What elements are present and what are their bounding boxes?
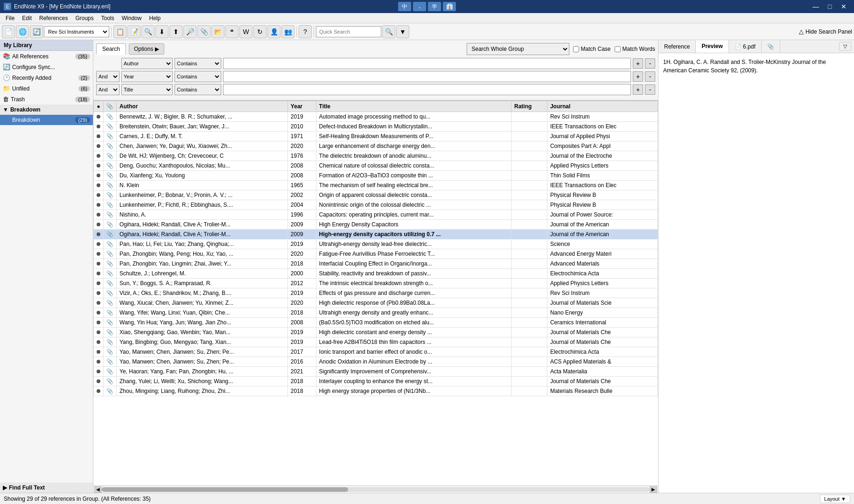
contains-select-3[interactable]: Contains [175, 84, 221, 95]
table-row[interactable]: 📎 N. Klein 1965 The mechanism of self he… [94, 181, 658, 190]
layout-button[interactable]: Layout ▼ [820, 495, 850, 503]
sidebar-item-unfiled[interactable]: 📁 Unfiled (6) [0, 83, 93, 94]
options-button[interactable]: Options ▶ [129, 43, 164, 55]
add-row-2-btn[interactable]: + [633, 71, 643, 82]
close-button[interactable]: ✕ [837, 0, 850, 13]
table-row[interactable]: 📎 Ogihara, Hideki; Randall, Clive A; Tro… [94, 230, 658, 239]
table-row[interactable]: 📎 Deng, Guochu; Xanthopoulos, Nicolas; M… [94, 161, 658, 171]
quick-search-input[interactable] [316, 26, 381, 37]
col-header-year[interactable]: Year [287, 101, 316, 112]
find-full-text-header[interactable]: ▶ Find Full Text [0, 483, 93, 493]
toolbar-group-btn[interactable]: 👥 [281, 25, 294, 38]
menu-window[interactable]: Window [118, 14, 146, 22]
table-row[interactable]: 📎 Schultze, J.; Lohrengel, M. 2000 Stabi… [94, 269, 658, 279]
col-header-journal[interactable]: Journal [547, 101, 658, 112]
scroll-right-btn[interactable]: ▶ [650, 486, 657, 493]
remove-row-2-btn[interactable]: - [645, 71, 655, 82]
table-row[interactable]: 📎 Du, Xianfeng; Xu, Youlong 2008 Formati… [94, 171, 658, 181]
search-group-select[interactable]: Search Whole Group [467, 43, 569, 55]
toolbar-user-btn[interactable]: 👤 [267, 25, 280, 38]
menu-tools[interactable]: Tools [98, 14, 118, 22]
menu-file[interactable]: File [2, 14, 18, 22]
add-row-3-btn[interactable]: + [633, 84, 643, 95]
menu-references[interactable]: References [35, 14, 71, 22]
table-row[interactable]: 📎 De Wit, HJ; Wijenberg, Ch; Crevecoeur,… [94, 151, 658, 161]
maximize-button[interactable]: □ [823, 0, 836, 13]
table-row[interactable]: 📎 Ogihara, Hideki; Randall, Clive A; Tro… [94, 220, 658, 230]
sidebar-item-all-references[interactable]: 📚 All References (35) [0, 51, 93, 62]
table-row[interactable]: 📎 Bennewitz, J. W.; Bigler, B. R.; Schum… [94, 112, 658, 122]
table-row[interactable]: 📎 Chen, Jianwen; Ye, Dagui; Wu, Xiaowei;… [94, 141, 658, 151]
scroll-track[interactable] [102, 487, 650, 492]
table-row[interactable]: 📎 Lunkenheimer, P.; Fichtl, R.; Ebbingha… [94, 200, 658, 210]
sidebar-item-recently-added[interactable]: 🕐 Recently Added (2) [0, 72, 93, 83]
col-header-status[interactable]: ● [94, 101, 104, 112]
table-row[interactable]: 📎 Wang, Yifei; Wang, Linxi; Yuan, Qibin;… [94, 308, 658, 318]
table-row[interactable]: 📎 Yang, Bingbing; Guo, Mengyao; Tang, Xi… [94, 337, 658, 347]
match-words-checkbox[interactable] [615, 46, 621, 52]
toolbar-export-btn[interactable]: ⬆ [169, 25, 182, 38]
menu-groups[interactable]: Groups [71, 14, 97, 22]
table-row[interactable]: 📎 Pan, Hao; Li, Fei; Liu, Yao; Zhang, Qi… [94, 239, 658, 249]
toolbar-help-btn[interactable]: ? [299, 25, 312, 38]
table-row[interactable]: 📎 Wang, Yin Hua; Yang, Jun; Wang, Jian Z… [94, 318, 658, 328]
minimize-button[interactable]: — [809, 0, 822, 13]
toolbar-copy-btn[interactable]: 📋 [113, 25, 126, 38]
toolbar-import-btn[interactable]: ⬇ [155, 25, 168, 38]
remove-row-1-btn[interactable]: - [645, 58, 655, 69]
table-row[interactable]: 📎 Pan, Zhongbin; Wang, Peng; Hou, Xu; Ya… [94, 249, 658, 259]
quick-search-dropdown[interactable]: ▼ [396, 25, 409, 38]
search-button[interactable]: Search [96, 43, 126, 55]
col-header-title[interactable]: Title [316, 101, 511, 112]
hide-search-panel-btn[interactable]: Hide Search Panel [805, 28, 852, 35]
field-select-2[interactable]: Year [121, 71, 173, 82]
table-row[interactable]: 📎 Nishino, A. 1996 Capacitors: operating… [94, 210, 658, 220]
table-row[interactable]: 📎 Carnes, J. E.; Duffy, M. T. 1971 Self-… [94, 132, 658, 141]
tab-reference[interactable]: Reference [658, 41, 696, 53]
contains-select-1[interactable]: Contains [175, 58, 221, 69]
tab-pdf[interactable]: 📄 6.pdf [729, 41, 762, 53]
table-row[interactable]: 📎 Sun, Y.; Boggs, S. A.; Ramprasad, R. 2… [94, 279, 658, 288]
logic-select-2[interactable]: And [96, 71, 119, 82]
col-header-author[interactable]: Author [117, 101, 288, 112]
horizontal-scrollbar[interactable]: ◀ ▶ [93, 485, 658, 493]
col-header-rating[interactable]: Rating [511, 101, 547, 112]
sidebar-item-trash[interactable]: 🗑 Trash (18) [0, 94, 93, 105]
field-select-1[interactable]: Author [121, 58, 173, 69]
field-select-3[interactable]: Title [121, 84, 173, 95]
search-input-2[interactable] [223, 71, 631, 82]
style-dropdown[interactable]: Rev Sci Instruments [44, 26, 109, 37]
add-row-1-btn[interactable]: + [633, 58, 643, 69]
search-input-1[interactable] [223, 58, 631, 69]
match-case-checkbox[interactable] [573, 46, 579, 52]
scroll-left-btn[interactable]: ◀ [94, 486, 102, 493]
sidebar-item-breakdown[interactable]: Breakdown (29) [0, 115, 93, 125]
table-row[interactable]: 📎 Zhang, Yulei; Li, Weilli; Xu, Shichong… [94, 377, 658, 386]
search-input-3[interactable] [223, 84, 631, 95]
toolbar-find-btn[interactable]: 🔎 [183, 25, 196, 38]
table-row[interactable]: 📎 Yao, Manwen; Chen, Jianwen; Su, Zhen; … [94, 357, 658, 367]
right-panel-expand-btn[interactable]: ▽ [839, 42, 851, 51]
sidebar-item-configure-sync[interactable]: 🔄 Configure Sync... [0, 62, 93, 72]
table-row[interactable]: 📎 Wang, Xiucai; Chen, Jianwen; Yu, Xinme… [94, 298, 658, 308]
table-row[interactable]: 📎 Pan, Zhongbin; Yao, Lingmin; Zhai, Jiw… [94, 259, 658, 269]
logic-select-3[interactable]: And [96, 84, 119, 95]
table-row[interactable]: 📎 Xiao, Shengqiang; Gao, Wenbin; Yao, Ma… [94, 328, 658, 337]
toolbar-online-search-btn[interactable]: 🌐 [16, 25, 29, 38]
table-row[interactable]: 📎 Yao, Manwen; Chen, Jianwen; Su, Zhen; … [94, 347, 658, 357]
table-row[interactable]: 📎 Breitenstein, Otwin; Bauer, Jan; Wagne… [94, 122, 658, 132]
toolbar-paste-btn[interactable]: 📝 [127, 25, 140, 38]
menu-edit[interactable]: Edit [18, 14, 35, 22]
table-row[interactable]: 📎 Ye, Haoran; Yang, Fan; Pan, Zhongbin; … [94, 367, 658, 377]
toolbar-search-web-btn[interactable]: 🔍 [141, 25, 154, 38]
tab-preview[interactable]: Preview [696, 40, 728, 53]
toolbar-new-ref-btn[interactable]: 📄 [2, 25, 15, 38]
contains-select-2[interactable]: Contains [175, 71, 221, 82]
toolbar-sync-btn[interactable]: 🔄 [30, 25, 43, 38]
menu-help[interactable]: Help [145, 14, 164, 22]
table-row[interactable]: 📎 Lunkenheimer, P.; Bobnar, V.; Pronin, … [94, 190, 658, 200]
toolbar-folder-btn[interactable]: 📂 [211, 25, 224, 38]
toolbar-quote-btn[interactable]: ❝ [225, 25, 238, 38]
quick-search-btn[interactable]: 🔍 [382, 25, 395, 38]
toolbar-attach-btn[interactable]: 📎 [197, 25, 210, 38]
